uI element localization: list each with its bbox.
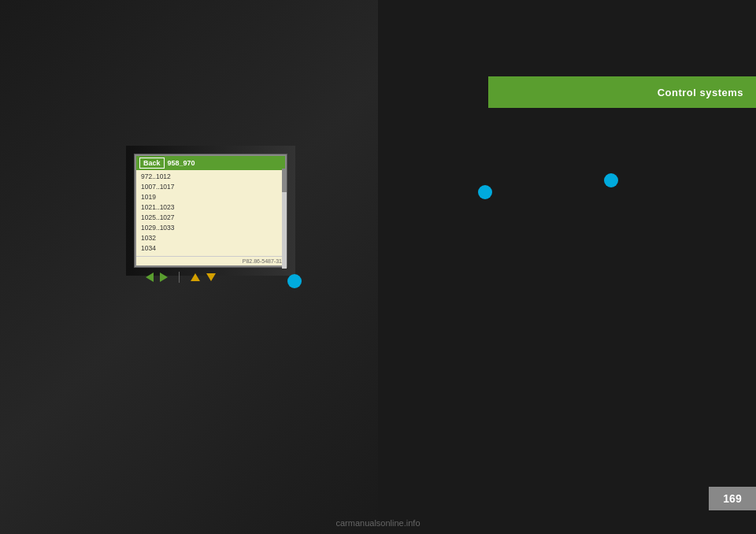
watermark: carmanualsonline.info [335,518,420,528]
arrow-right-icon[interactable] [160,273,168,282]
list-item[interactable]: 1007..1017 [141,182,280,192]
callout-dot-right [478,185,492,199]
screen-list: 972..1012 1007..1017 1019 1021..1023 102… [136,170,285,256]
page-number-box: 169 [709,487,756,510]
prev-nav[interactable] [146,273,154,282]
section-header: Control systems [488,76,756,108]
scrollbar[interactable] [282,169,287,269]
scroll-down-nav[interactable] [206,273,216,281]
list-item[interactable]: 1034 [141,243,280,254]
arrow-left-icon[interactable] [146,273,154,282]
list-item[interactable]: 1032 [141,233,280,243]
list-item[interactable]: 1025..1027 [141,213,280,223]
arrow-up-icon[interactable] [191,273,200,281]
navigation-controls [146,272,216,283]
next-nav[interactable] [160,273,168,282]
screen-inner: Back 958_970 972..1012 1007..1017 1019 1… [135,154,287,267]
image-reference: P82.86-5487-31 [136,256,285,265]
scroll-up-nav[interactable] [191,273,200,281]
navigation-screen: Back 958_970 972..1012 1007..1017 1019 1… [134,154,287,268]
callout-dot-bottom [287,274,302,288]
list-item[interactable]: 1021..1023 [141,202,280,213]
list-item[interactable]: 1029..1033 [141,223,280,233]
scrollbar-thumb[interactable] [282,169,287,192]
screen-title: 958_970 [168,159,195,167]
back-button[interactable]: Back [139,158,165,169]
section-title: Control systems [658,87,743,98]
nav-separator [179,272,180,283]
screen-header: Back 958_970 [136,156,285,170]
page-number: 169 [723,492,741,505]
callout-dot-top-right [604,173,618,187]
list-item[interactable]: 1019 [141,192,280,202]
arrow-down-icon[interactable] [206,273,216,281]
list-item[interactable]: 972..1012 [141,172,280,182]
